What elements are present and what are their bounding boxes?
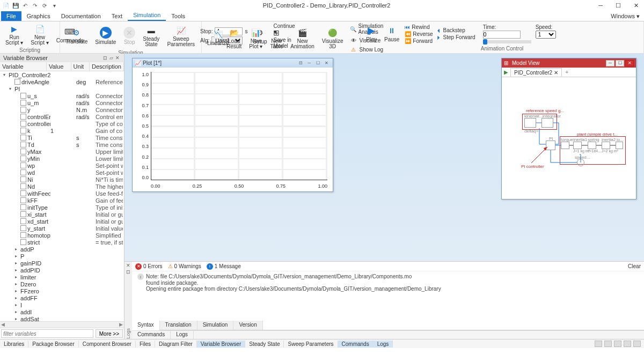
subtab-logs[interactable]: Logs: [171, 331, 194, 339]
visualize-3d-button[interactable]: 🟢Visualize 3D: [320, 26, 346, 50]
status-tab[interactable]: Sweep Parameters: [284, 341, 338, 348]
backstep-icon[interactable]: ⏴: [436, 27, 442, 33]
maximize-button[interactable]: ☐: [612, 1, 624, 10]
log-close-icon[interactable]: ✕: [126, 263, 130, 268]
clear-button[interactable]: Clear: [628, 263, 641, 269]
var-row[interactable]: yN.mConnector: [0, 106, 124, 113]
new-script-button[interactable]: 📄New Script ▾: [28, 23, 50, 47]
redo-icon[interactable]: ↷: [31, 2, 39, 9]
var-row[interactable]: kFFGain of feed: [0, 197, 124, 204]
model-view-window[interactable]: ⊞ Model View ─ ☐ ✕ ▶ PID_Controller2✕ + …: [501, 58, 636, 200]
simulate-button[interactable]: ▶Simulate: [93, 26, 118, 46]
var-row[interactable]: ▸addI: [0, 308, 124, 315]
model-tab[interactable]: PID_Controller2✕: [510, 68, 562, 77]
sweep-params-button[interactable]: 📈Sweep Parameters: [165, 24, 197, 48]
var-row[interactable]: driveAngledegReference d: [0, 78, 124, 85]
tab-text[interactable]: Text: [106, 11, 128, 21]
var-row[interactable]: ▸addP: [0, 246, 124, 253]
tab-close-icon[interactable]: ✕: [554, 70, 558, 76]
var-row[interactable]: NiNi*Ti is tim: [0, 176, 124, 183]
panel-pin-icon[interactable]: ⊡: [102, 55, 108, 61]
logtab-simulation[interactable]: Simulation: [197, 321, 234, 330]
steady-state-button[interactable]: ▬Steady State: [141, 24, 162, 48]
var-row[interactable]: u_mrad/sConnector: [0, 99, 124, 106]
status-icon[interactable]: [604, 341, 612, 347]
logtab-version[interactable]: Version: [233, 321, 262, 330]
play-small-icon[interactable]: ▶: [504, 69, 508, 75]
subtab-commands[interactable]: Commands: [132, 331, 171, 339]
var-row[interactable]: xi_startInitial or gu: [0, 211, 124, 218]
var-row[interactable]: TdsTime const: [0, 141, 124, 148]
var-row[interactable]: controllerTypeType of con: [0, 120, 124, 127]
plot-close-icon[interactable]: ✕: [322, 61, 331, 65]
time-input[interactable]: [483, 31, 521, 39]
panel-close-icon[interactable]: ✕: [114, 55, 121, 61]
status-icon[interactable]: [633, 341, 641, 347]
reverse-icon[interactable]: ⏪: [405, 31, 411, 37]
var-row[interactable]: controlErrorrad/sControl err: [0, 113, 124, 120]
var-row[interactable]: ▸addSat: [0, 315, 124, 321]
var-row[interactable]: ▸FFzero: [0, 287, 124, 294]
messages-badge[interactable]: i1 Message: [207, 263, 241, 270]
stop-button[interactable]: ✕Stop: [121, 26, 137, 46]
var-row[interactable]: withFeedForwardUse feed-fo: [0, 190, 124, 197]
var-row[interactable]: ▾PID_Controller2: [0, 71, 124, 78]
warnings-badge[interactable]: ⚠0 Warnings: [168, 263, 201, 269]
load-result-button[interactable]: 📂Load Result: [224, 26, 244, 50]
stepfwd-icon[interactable]: ⏵: [436, 34, 442, 40]
var-row[interactable]: k1Gain of con: [0, 127, 124, 134]
more-button[interactable]: More >>: [96, 329, 123, 338]
var-row[interactable]: ▸I: [0, 301, 124, 308]
status-tab[interactable]: Component Browser: [79, 341, 136, 348]
dropdown-icon[interactable]: ▾: [50, 2, 58, 9]
var-row[interactable]: ▸limiter: [0, 274, 124, 280]
var-row[interactable]: NdThe higher: [0, 183, 124, 190]
var-row[interactable]: y_startInitial value: [0, 225, 124, 232]
new-icon[interactable]: 📄: [2, 2, 10, 9]
tab-graphics[interactable]: Graphics: [21, 11, 56, 21]
tab-tools[interactable]: Tools: [166, 11, 191, 21]
rewind-icon[interactable]: ⏮: [405, 24, 410, 30]
filter-input[interactable]: [1, 329, 93, 338]
var-row[interactable]: xd_startInitial or gu: [0, 218, 124, 225]
play-button[interactable]: ▶Play: [364, 24, 379, 43]
run-script-button[interactable]: ▶Run Script ▾: [3, 23, 25, 47]
panel-dock-icon[interactable]: ▱: [108, 55, 114, 61]
status-icon[interactable]: [624, 341, 631, 347]
close-button[interactable]: ✕: [631, 1, 642, 10]
minimize-button[interactable]: ─: [595, 1, 606, 10]
undo-icon[interactable]: ↶: [21, 2, 29, 9]
mv-min-icon[interactable]: ─: [606, 60, 614, 67]
new-plot-button[interactable]: 📊New Plot ▾: [247, 26, 265, 50]
translate-button[interactable]: ⚙Translate: [63, 26, 90, 46]
var-row[interactable]: TisTime const: [0, 134, 124, 141]
plot-window[interactable]: 📈 Plot [1*] ⊡ ─ ☐ ✕ 1.00.90.80.70.60.50.…: [132, 58, 333, 192]
windows-menu[interactable]: Windows ▾: [606, 12, 644, 21]
tab-file[interactable]: File: [1, 11, 21, 21]
var-row[interactable]: strict= true, if str: [0, 239, 124, 246]
status-tab[interactable]: Variable Browser: [197, 341, 245, 348]
mv-close-icon[interactable]: ✕: [625, 60, 634, 67]
var-row[interactable]: ▸Dzero: [0, 280, 124, 287]
plot-max-icon[interactable]: ☐: [313, 61, 322, 65]
tab-documentation[interactable]: Documentation: [56, 11, 106, 21]
refresh-icon[interactable]: ⟳: [41, 2, 48, 9]
add-tab-icon[interactable]: +: [565, 69, 568, 75]
logtab-translation[interactable]: Translation: [160, 321, 197, 330]
status-tab[interactable]: Commands: [338, 341, 374, 348]
status-tab[interactable]: Logs: [374, 341, 393, 348]
var-row[interactable]: yMaxUpper limit: [0, 148, 124, 155]
speed-select[interactable]: 1: [536, 31, 556, 39]
var-row[interactable]: ▸addPID: [0, 267, 124, 274]
var-row[interactable]: ▸P: [0, 253, 124, 260]
status-tab[interactable]: Diagram Filter: [155, 341, 197, 348]
pause-button[interactable]: ⏸Pause: [382, 24, 401, 43]
var-row[interactable]: ▸gainPID: [0, 260, 124, 267]
logtab-syntax[interactable]: Syntax: [132, 321, 160, 330]
plot-pin-icon[interactable]: ⊡: [296, 61, 305, 65]
save-icon[interactable]: 💾: [12, 2, 19, 9]
status-icon[interactable]: [595, 341, 602, 347]
plot-min-icon[interactable]: ─: [305, 61, 313, 65]
var-row[interactable]: u_srad/sConnector: [0, 92, 124, 99]
status-icon[interactable]: [614, 341, 621, 347]
